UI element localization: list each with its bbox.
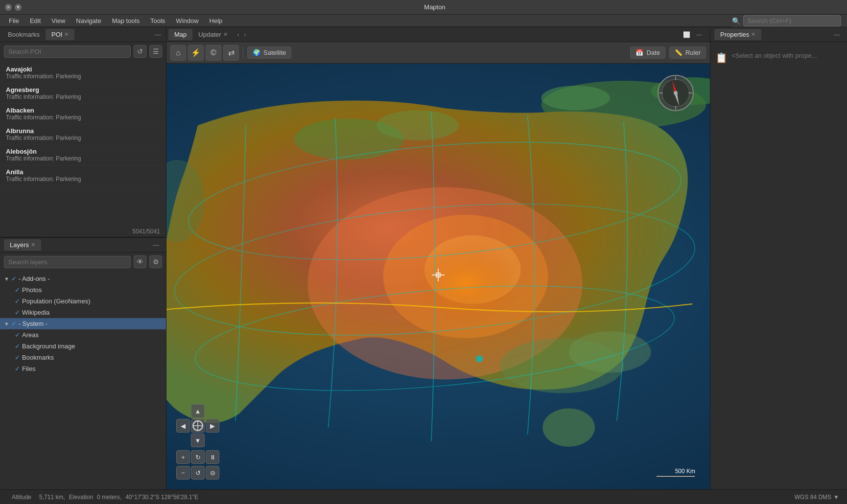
nav-up-button[interactable]: ▲ [191, 404, 205, 418]
date-button[interactable]: 📅 Date [630, 46, 665, 59]
menu-file[interactable]: File [4, 16, 24, 25]
layer-item-population[interactable]: ✓ Population (GeoNames) [0, 296, 166, 307]
layer-item-areas[interactable]: ✓ Areas [0, 329, 166, 341]
menubar: File Edit View Navigate Map tools Tools … [0, 15, 732, 27]
menu-view[interactable]: View [47, 16, 70, 25]
map-canvas[interactable]: ▲ ◀ ▶ ▼ [166, 64, 710, 489]
svg-point-9 [376, 110, 459, 140]
tab-poi[interactable]: POI ✕ [46, 29, 74, 40]
layers-settings-button[interactable]: ⚙ [149, 255, 162, 268]
properties-empty-text: <Select an object with prope... [731, 52, 817, 59]
layer-item-photos[interactable]: ✓ Photos [0, 284, 166, 296]
satellite-button[interactable]: 🌍 Satellite [247, 46, 291, 59]
poi-type: Traffic information: Parkering [6, 176, 160, 183]
layers-section: Layers ✕ — 👁 ⚙ ▼ ✓ [0, 238, 166, 489]
menu-tools[interactable]: Tools [145, 16, 170, 25]
home-button[interactable]: ⌂ [170, 45, 186, 61]
poi-item[interactable]: Alebosjön Traffic information: Parkering [0, 145, 166, 165]
zoom-fit-button[interactable]: ⊖ [206, 466, 219, 480]
ruler-button[interactable]: 📏 Ruler [669, 46, 706, 59]
menu-navigate[interactable]: Navigate [71, 16, 106, 25]
menu-help[interactable]: Help [205, 16, 228, 25]
tab-map[interactable]: Map [168, 29, 192, 40]
lightning-button[interactable]: ⚡ [188, 45, 204, 61]
rotate-ccw-button[interactable]: ↺ [191, 466, 205, 480]
tab-properties-close[interactable]: ✕ [751, 31, 755, 38]
poi-item[interactable]: Aavajoki Traffic information: Parkering [0, 63, 166, 83]
poi-type: Traffic information: Parkering [6, 114, 160, 121]
layer-item-bookmarks[interactable]: ✓ Bookmarks [0, 352, 166, 363]
poi-name: Anilla [6, 168, 160, 176]
map-toolbar: ⌂ ⚡ © ⇄ 🌍 Satellite 📅 Date [166, 42, 710, 64]
minimize-button[interactable]: ▼ [15, 4, 22, 11]
tab-updater[interactable]: Updater ✕ [192, 29, 233, 40]
properties-panel-minimize[interactable]: — [831, 30, 843, 39]
tab-layers[interactable]: Layers ✕ [4, 239, 41, 251]
layer-item-files[interactable]: ✓ Files [0, 363, 166, 374]
statusbar: Altitude 5,711 km, Elevation 0 meters, 4… [0, 489, 847, 504]
layers-search-input[interactable] [4, 256, 131, 268]
tab-poi-close[interactable]: ✕ [64, 31, 69, 38]
poi-item[interactable]: Agnesberg Traffic information: Parkering [0, 83, 166, 104]
poi-item[interactable]: Albrunna Traffic information: Parkering [0, 124, 166, 145]
calendar-icon: 📅 [635, 49, 643, 56]
poi-filter-button[interactable]: ☰ [149, 45, 162, 58]
copyright-button[interactable]: © [206, 45, 221, 61]
scale-label: 500 Km [675, 468, 695, 475]
zoom-out-button[interactable]: − [176, 466, 190, 480]
crs-dropdown[interactable]: WGS 84 DMS ▼ [795, 494, 839, 501]
check-icon: ✓ [15, 331, 20, 339]
layer-group-system[interactable]: ▼ ✓ - System - [0, 318, 166, 329]
nav-right-button[interactable]: ▶ [206, 419, 219, 433]
menu-maptools[interactable]: Map tools [107, 16, 144, 25]
menu-edit[interactable]: Edit [25, 16, 46, 25]
menu-window[interactable]: Window [171, 16, 203, 25]
check-icon: ✓ [15, 309, 20, 316]
map-maximize[interactable]: ⬜ [681, 30, 692, 39]
altitude-label: Altitude [8, 494, 35, 501]
poi-search-input[interactable] [4, 46, 131, 58]
poi-item[interactable]: Albacken Traffic information: Parkering [0, 104, 166, 124]
svg-point-26 [674, 91, 678, 95]
app-title: Mapton [27, 3, 842, 11]
satellite-label: Satellite [263, 49, 286, 56]
poi-name: Albrunna [6, 127, 160, 135]
svg-point-12 [569, 331, 651, 372]
check-icon: ✓ [15, 343, 20, 350]
close-button[interactable]: ✕ [5, 4, 12, 11]
tab-updater-close[interactable]: ✕ [223, 31, 228, 38]
scroll-arrows: ‹ › [235, 30, 248, 39]
tab-properties[interactable]: Properties ✕ [714, 29, 761, 40]
layer-item-wikipedia[interactable]: ✓ Wikipedia [0, 307, 166, 318]
layer-group-addons[interactable]: ▼ ✓ - Add-ons - [0, 273, 166, 284]
poi-refresh-button[interactable]: ↺ [134, 45, 146, 58]
layers-panel-minimize[interactable]: — [150, 240, 162, 250]
properties-icon: 📋 [715, 52, 728, 64]
scale-bar: 500 Km [656, 468, 695, 477]
scroll-right[interactable]: › [242, 30, 248, 39]
poi-list: Aavajoki Traffic information: Parkering … [0, 61, 166, 226]
scroll-left[interactable]: ‹ [235, 30, 241, 39]
layer-item-background[interactable]: ✓ Background image [0, 341, 166, 352]
map-minimize[interactable]: — [694, 30, 704, 39]
rotate-cw-button[interactable]: ↻ [191, 450, 205, 464]
poi-panel-minimize[interactable]: — [152, 30, 164, 39]
tab-layers-close[interactable]: ✕ [31, 242, 35, 248]
tab-bookmarks[interactable]: Bookmarks [2, 29, 46, 40]
layers-eye-button[interactable]: 👁 [134, 255, 146, 268]
toolbar-separator [243, 47, 243, 59]
nav-center-button[interactable] [191, 419, 205, 433]
map-svg [166, 64, 710, 489]
copyright-icon: © [211, 48, 216, 57]
zoom-in-button[interactable]: + [176, 450, 190, 464]
nav-down-button[interactable]: ▼ [191, 434, 205, 447]
window-controls[interactable]: ✕ ▼ [5, 4, 22, 11]
global-search-input[interactable] [743, 15, 841, 26]
poi-item[interactable]: Anilla Traffic information: Parkering [0, 165, 166, 186]
svg-point-3 [541, 86, 610, 111]
swap-button[interactable]: ⇄ [223, 45, 239, 61]
properties-content: 📋 <Select an object with prope... [710, 42, 847, 489]
pause-button[interactable]: ⏸ [206, 450, 219, 464]
nav-left-button[interactable]: ◀ [176, 419, 190, 433]
crs-label: WGS 84 DMS [795, 494, 831, 501]
